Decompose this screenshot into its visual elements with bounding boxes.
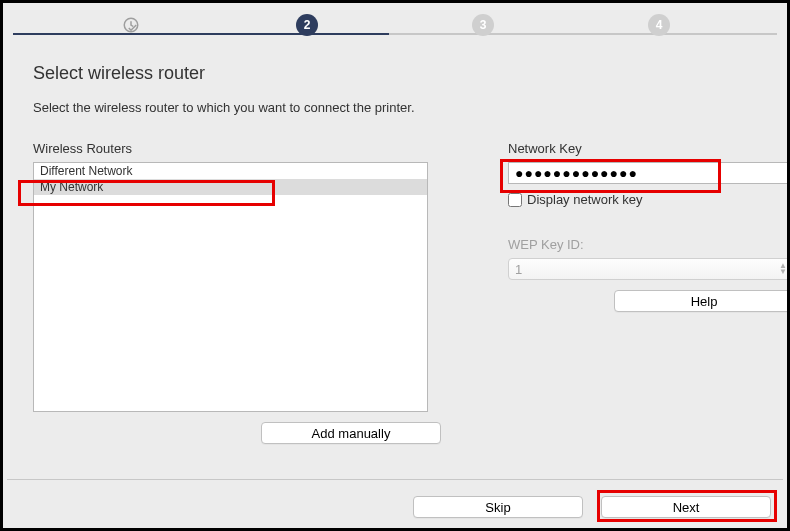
step-4: 4 bbox=[571, 14, 747, 36]
checkmark-clock-icon bbox=[120, 14, 142, 36]
step-1-complete bbox=[43, 14, 219, 36]
stepper-arrows-icon: ▲▼ bbox=[779, 263, 786, 275]
skip-button[interactable]: Skip bbox=[413, 496, 583, 518]
network-key-input[interactable] bbox=[508, 162, 790, 184]
display-network-key-label: Display network key bbox=[527, 192, 643, 207]
progress-stepper: 2 3 4 bbox=[3, 3, 787, 41]
add-manually-button[interactable]: Add manually bbox=[261, 422, 441, 444]
help-button[interactable]: Help bbox=[614, 290, 790, 312]
wep-key-label: WEP Key ID: bbox=[508, 237, 790, 252]
footer-separator bbox=[7, 479, 783, 480]
page-subtitle: Select the wireless router to which you … bbox=[33, 100, 757, 115]
step-2-current: 2 bbox=[219, 14, 395, 36]
wep-key-select: 1 ▲▼ bbox=[508, 258, 790, 280]
display-network-key-checkbox[interactable] bbox=[508, 193, 522, 207]
page-title: Select wireless router bbox=[33, 63, 757, 84]
wireless-routers-list[interactable]: Different Network My Network bbox=[33, 162, 428, 412]
routers-label: Wireless Routers bbox=[33, 141, 428, 156]
router-item-selected[interactable]: My Network bbox=[34, 179, 427, 195]
router-item[interactable]: Different Network bbox=[34, 163, 427, 179]
network-key-label: Network Key bbox=[508, 141, 790, 156]
next-button[interactable]: Next bbox=[601, 496, 771, 518]
wep-key-value: 1 bbox=[515, 262, 522, 277]
step-3: 3 bbox=[395, 14, 571, 36]
